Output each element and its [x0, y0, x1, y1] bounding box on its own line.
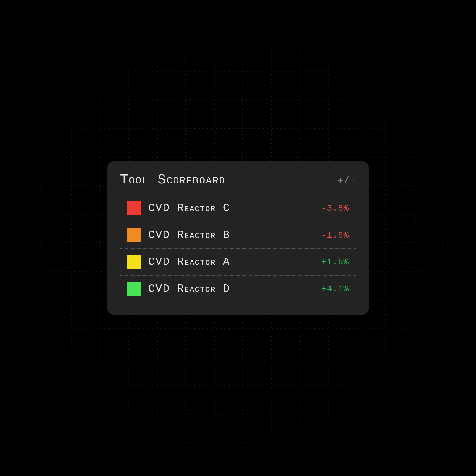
row-label: CVD Reactor C	[148, 202, 314, 214]
status-swatch-icon	[127, 201, 141, 215]
panel-header: Tool Scoreboard +/-	[120, 172, 356, 187]
row-label: CVD Reactor D	[148, 283, 314, 295]
row-label: CVD Reactor B	[148, 229, 314, 241]
panel-metric-label: +/-	[338, 176, 356, 186]
scoreboard-rows: CVD Reactor C -3.5% CVD Reactor B -1.5% …	[120, 195, 356, 303]
tool-scoreboard-panel: Tool Scoreboard +/- CVD Reactor C -3.5% …	[107, 161, 369, 315]
status-swatch-icon	[127, 282, 141, 296]
row-value: -3.5%	[321, 204, 349, 213]
row-value: +4.1%	[321, 284, 349, 294]
scoreboard-row[interactable]: CVD Reactor D +4.1%	[120, 276, 356, 303]
scoreboard-row[interactable]: CVD Reactor C -3.5%	[120, 195, 356, 222]
scoreboard-row[interactable]: CVD Reactor A +1.5%	[120, 249, 356, 276]
row-value: -1.5%	[321, 230, 349, 240]
panel-title: Tool Scoreboard	[120, 172, 225, 187]
status-swatch-icon	[127, 255, 141, 269]
row-value: +1.5%	[321, 257, 349, 267]
row-label: CVD Reactor A	[148, 256, 314, 268]
status-swatch-icon	[127, 228, 141, 242]
scoreboard-row[interactable]: CVD Reactor B -1.5%	[120, 222, 356, 249]
